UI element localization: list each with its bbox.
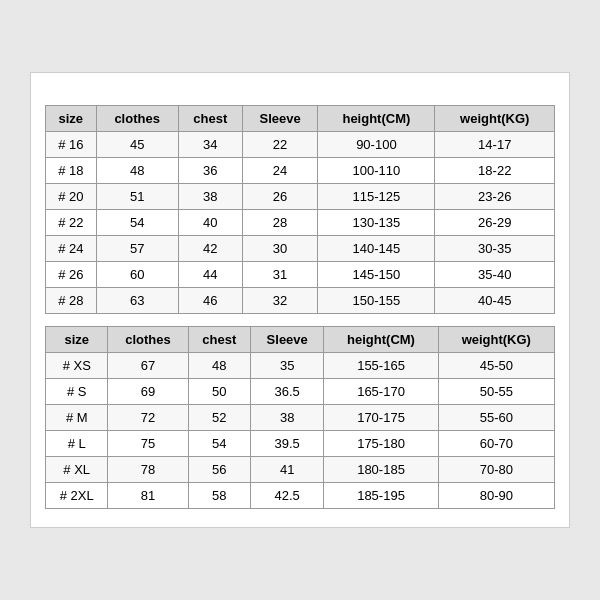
table-cell: # 26	[46, 262, 97, 288]
table-cell: # XS	[46, 353, 108, 379]
table-cell: 145-150	[318, 262, 435, 288]
table-cell: # M	[46, 405, 108, 431]
table2-col-header: height(CM)	[324, 327, 438, 353]
table-cell: 50	[188, 379, 250, 405]
table2-col-header: chest	[188, 327, 250, 353]
table-cell: 40-45	[435, 288, 555, 314]
table-cell: 42.5	[250, 483, 323, 509]
table-cell: 130-135	[318, 210, 435, 236]
table-row: # 20513826115-12523-26	[46, 184, 555, 210]
table-cell: 31	[242, 262, 317, 288]
table-cell: 185-195	[324, 483, 438, 509]
table-cell: 50-55	[438, 379, 554, 405]
table-row: # 1645342290-10014-17	[46, 132, 555, 158]
table-cell: 44	[178, 262, 242, 288]
table1-col-header: weight(KG)	[435, 106, 555, 132]
table1-header-row: sizeclotheschestSleeveheight(CM)weight(K…	[46, 106, 555, 132]
table-cell: 41	[250, 457, 323, 483]
table-cell: 35	[250, 353, 323, 379]
table2-body: # XS674835155-16545-50# S695036.5165-170…	[46, 353, 555, 509]
table1-col-header: size	[46, 106, 97, 132]
table-cell: 36.5	[250, 379, 323, 405]
table-cell: 100-110	[318, 158, 435, 184]
table-cell: 67	[108, 353, 188, 379]
table-cell: 32	[242, 288, 317, 314]
table-cell: 52	[188, 405, 250, 431]
table-cell: 69	[108, 379, 188, 405]
table-cell: 38	[250, 405, 323, 431]
table-cell: # L	[46, 431, 108, 457]
table2-col-header: clothes	[108, 327, 188, 353]
size-table-2: sizeclotheschestSleeveheight(CM)weight(K…	[45, 326, 555, 509]
table-cell: 140-145	[318, 236, 435, 262]
table1-header: sizeclotheschestSleeveheight(CM)weight(K…	[46, 106, 555, 132]
table-cell: 90-100	[318, 132, 435, 158]
table-cell: 22	[242, 132, 317, 158]
table-cell: 45-50	[438, 353, 554, 379]
table-cell: 72	[108, 405, 188, 431]
table-cell: 54	[188, 431, 250, 457]
table-cell: # 28	[46, 288, 97, 314]
table2-header-row: sizeclotheschestSleeveheight(CM)weight(K…	[46, 327, 555, 353]
table-cell: 63	[96, 288, 178, 314]
table-cell: # 18	[46, 158, 97, 184]
table-cell: 26-29	[435, 210, 555, 236]
table-cell: 165-170	[324, 379, 438, 405]
table-cell: 70-80	[438, 457, 554, 483]
table1-body: # 1645342290-10014-17# 18483624100-11018…	[46, 132, 555, 314]
table-cell: 28	[242, 210, 317, 236]
table-cell: 26	[242, 184, 317, 210]
table-cell: 51	[96, 184, 178, 210]
table-row: # 26604431145-15035-40	[46, 262, 555, 288]
table2-header: sizeclotheschestSleeveheight(CM)weight(K…	[46, 327, 555, 353]
table-cell: 175-180	[324, 431, 438, 457]
table1-col-header: Sleeve	[242, 106, 317, 132]
table-cell: # XL	[46, 457, 108, 483]
table-cell: 42	[178, 236, 242, 262]
table-cell: 78	[108, 457, 188, 483]
table-cell: # 24	[46, 236, 97, 262]
table-cell: 155-165	[324, 353, 438, 379]
table-cell: 30-35	[435, 236, 555, 262]
table-cell: 23-26	[435, 184, 555, 210]
table-cell: 48	[96, 158, 178, 184]
table-row: # XS674835155-16545-50	[46, 353, 555, 379]
table-cell: 57	[96, 236, 178, 262]
table-cell: 180-185	[324, 457, 438, 483]
table-cell: # S	[46, 379, 108, 405]
table-cell: # 20	[46, 184, 97, 210]
table-row: # XL785641180-18570-80	[46, 457, 555, 483]
table-cell: 34	[178, 132, 242, 158]
table2-col-header: size	[46, 327, 108, 353]
table1-col-header: chest	[178, 106, 242, 132]
table-cell: 35-40	[435, 262, 555, 288]
table-row: # L755439.5175-18060-70	[46, 431, 555, 457]
table-cell: 39.5	[250, 431, 323, 457]
table-cell: 60	[96, 262, 178, 288]
table-row: # 18483624100-11018-22	[46, 158, 555, 184]
table-cell: 56	[188, 457, 250, 483]
table-row: # 28634632150-15540-45	[46, 288, 555, 314]
table-cell: 115-125	[318, 184, 435, 210]
table-row: # 22544028130-13526-29	[46, 210, 555, 236]
table-cell: 38	[178, 184, 242, 210]
table-row: # M725238170-17555-60	[46, 405, 555, 431]
table-cell: 30	[242, 236, 317, 262]
table-cell: 170-175	[324, 405, 438, 431]
table-cell: 40	[178, 210, 242, 236]
table-cell: 14-17	[435, 132, 555, 158]
size-table-1: sizeclotheschestSleeveheight(CM)weight(K…	[45, 105, 555, 314]
table-row: # S695036.5165-17050-55	[46, 379, 555, 405]
table2-col-header: Sleeve	[250, 327, 323, 353]
table-cell: # 16	[46, 132, 97, 158]
table-cell: 45	[96, 132, 178, 158]
table1-col-header: clothes	[96, 106, 178, 132]
table-cell: 18-22	[435, 158, 555, 184]
table-cell: 36	[178, 158, 242, 184]
table-cell: # 2XL	[46, 483, 108, 509]
size-chart-card: sizeclotheschestSleeveheight(CM)weight(K…	[30, 72, 570, 528]
table-cell: 80-90	[438, 483, 554, 509]
table2-col-header: weight(KG)	[438, 327, 554, 353]
table-cell: 75	[108, 431, 188, 457]
table-row: # 2XL815842.5185-19580-90	[46, 483, 555, 509]
